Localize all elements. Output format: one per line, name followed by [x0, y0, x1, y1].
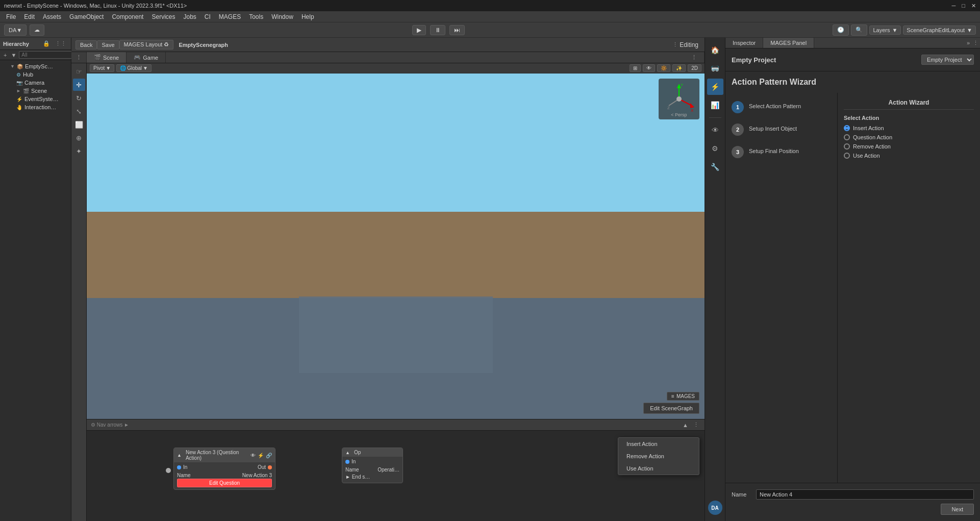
- settings-cog-btn[interactable]: ⚙: [707, 140, 723, 157]
- option-question-action[interactable]: Question Action: [844, 134, 974, 140]
- back-button[interactable]: Back: [76, 40, 97, 49]
- mages-layout-button[interactable]: MAGES Layout ♻: [119, 40, 174, 49]
- hierarchy-lock-btn[interactable]: 🔒: [41, 40, 52, 47]
- menu-jobs[interactable]: Jobs: [179, 12, 200, 21]
- global-btn[interactable]: 🌐 Global ▼: [116, 64, 152, 72]
- right-panel-expand[interactable]: »: [965, 38, 971, 48]
- menu-gameobject[interactable]: GameObject: [65, 12, 108, 21]
- scene-settings-btn[interactable]: ⋮: [684, 52, 705, 63]
- chart-icon-btn[interactable]: 📊: [707, 97, 723, 113]
- hierarchy-menu-btn[interactable]: ⋮⋮: [54, 40, 68, 47]
- menu-file[interactable]: File: [2, 12, 20, 21]
- node-link-icon: 🔗: [266, 453, 272, 458]
- option-use-action[interactable]: Use Action: [844, 153, 974, 159]
- right-panel-menu[interactable]: ⋮: [971, 38, 980, 48]
- history-button[interactable]: 🕐: [833, 24, 849, 36]
- wizard-step-1: 1 Select Action Pattern: [732, 101, 831, 113]
- radio-question: [844, 134, 850, 140]
- hierarchy-filter-btn[interactable]: ▼: [9, 52, 18, 59]
- scenegraph-menu-btn[interactable]: ⋮: [671, 41, 680, 48]
- empty-project-dropdown[interactable]: Empty Project: [921, 55, 974, 65]
- tree-item-eventsystem[interactable]: ⚡ EventSyste…: [2, 95, 69, 103]
- menu-ci[interactable]: CI: [200, 12, 215, 21]
- vis-btn[interactable]: 👁: [643, 64, 655, 72]
- context-insert-action[interactable]: Insert Action: [618, 438, 699, 450]
- custom-tool[interactable]: ✦: [73, 145, 85, 157]
- graph-icon-btn[interactable]: ⚡: [707, 79, 723, 95]
- main-layout: Hierarchy 🔒 ⋮⋮ + ▼ 🔍 ▼ 📦 EmptySc… ⚙ Hub: [0, 38, 980, 521]
- name-input[interactable]: [756, 489, 974, 500]
- hierarchy-header: Hierarchy 🔒 ⋮⋮: [0, 38, 71, 50]
- save-button[interactable]: Save: [97, 40, 119, 49]
- tab-game[interactable]: 🎮 Game: [127, 52, 166, 63]
- node-graph-expand[interactable]: ▲: [681, 421, 690, 429]
- edit-question-btn[interactable]: Edit Question: [177, 479, 272, 487]
- viewport-toolbar: Pivot ▼ 🌐 Global ▼ ⊞ 👁 🔆 ✨ 2D: [87, 63, 705, 73]
- close-btn[interactable]: ✕: [971, 3, 976, 9]
- empty-project-selector: Empty Project Empty Project: [725, 48, 980, 71]
- render-btn[interactable]: 🔆: [657, 64, 670, 72]
- rotate-tool[interactable]: ↻: [73, 92, 85, 104]
- menu-window[interactable]: Window: [267, 12, 297, 21]
- eye-code-icon-btn[interactable]: 👁: [707, 122, 723, 138]
- svg-text:Z: Z: [667, 106, 670, 110]
- 2d-btn[interactable]: 2D: [688, 64, 701, 72]
- maximize-btn[interactable]: □: [962, 3, 965, 9]
- next-button[interactable]: Next: [941, 504, 974, 515]
- name-label: Name: [732, 491, 752, 498]
- tab-mages-panel[interactable]: MAGES Panel: [763, 38, 814, 48]
- tree-item-interaction[interactable]: 🤚 Interaction…: [2, 103, 69, 111]
- transform-tool[interactable]: ⊕: [73, 132, 85, 144]
- step-label-2: Setup Insert Object: [749, 123, 797, 132]
- scene-layout-dropdown[interactable]: SceneGraphEditLayout ▼: [903, 26, 976, 35]
- tab-scene[interactable]: 🎬 Scene: [87, 52, 127, 63]
- hierarchy-add-btn[interactable]: +: [2, 52, 8, 59]
- move-tool[interactable]: ✛: [73, 79, 85, 91]
- scene-gizmo: Y X Z < Persp: [659, 79, 699, 119]
- tree-item-camera[interactable]: 📷 Camera: [2, 79, 69, 87]
- tree-item-scene[interactable]: ► 🎬 Scene: [2, 87, 69, 95]
- wizard-steps: 1 Select Action Pattern 2 Setup Insert O…: [725, 93, 838, 483]
- grid-btn[interactable]: ⊞: [630, 64, 641, 72]
- node-graph-opts[interactable]: ⋮: [692, 421, 700, 429]
- menu-mages[interactable]: MAGES: [215, 12, 245, 21]
- node-op: ▲ Op In Name Operati…: [342, 448, 403, 483]
- tree-item-hub[interactable]: ⚙ Hub: [2, 70, 69, 79]
- menu-component[interactable]: Component: [108, 12, 147, 21]
- rect-tool[interactable]: ⬜: [73, 118, 85, 131]
- home-icon-btn[interactable]: 🏠: [707, 42, 723, 58]
- da-button[interactable]: DA ▼: [4, 24, 27, 36]
- empty-project-label: Empty Project: [732, 56, 917, 64]
- scene-options-btn[interactable]: ⋮: [71, 52, 87, 63]
- pivot-btn[interactable]: Pivot ▼: [90, 64, 114, 72]
- gear-btn[interactable]: 🔧: [707, 159, 723, 175]
- step-button[interactable]: ⏭: [449, 25, 465, 35]
- cloud-button[interactable]: ☁: [30, 24, 44, 36]
- svg-point-7: [676, 96, 682, 102]
- node-graph: ⚙ Nav arrows ► ▲ ⋮ ▲ New Action 3 (Quest…: [87, 419, 705, 521]
- option-insert-action[interactable]: Insert Action: [844, 125, 974, 131]
- pause-button[interactable]: ⏸: [430, 25, 445, 35]
- context-remove-action[interactable]: Remove Action: [618, 450, 699, 462]
- menu-edit[interactable]: Edit: [20, 12, 39, 21]
- edit-scenegraph-btn[interactable]: Edit SceneGraph: [643, 403, 699, 414]
- minimize-btn[interactable]: ─: [952, 3, 956, 9]
- da-avatar[interactable]: DA: [708, 501, 722, 515]
- menu-help[interactable]: Help: [297, 12, 318, 21]
- context-use-action[interactable]: Use Action: [618, 462, 699, 475]
- option-remove-action[interactable]: Remove Action: [844, 143, 974, 150]
- menu-assets[interactable]: Assets: [39, 12, 65, 21]
- radio-remove: [844, 143, 850, 150]
- layers-dropdown[interactable]: Layers ▼: [869, 26, 901, 35]
- search-button[interactable]: 🔍: [851, 24, 867, 36]
- vr-icon-btn[interactable]: 🥽: [707, 60, 723, 77]
- tab-inspector[interactable]: Inspector: [725, 38, 763, 48]
- tree-item-emptyscene[interactable]: ▼ 📦 EmptySc…: [2, 62, 69, 70]
- menu-tools[interactable]: Tools: [245, 12, 267, 21]
- main-toolbar: DA ▼ ☁ ▶ ⏸ ⏭ 🕐 🔍 Layers ▼ SceneGraphEdit…: [0, 22, 980, 38]
- menu-services[interactable]: Services: [147, 12, 179, 21]
- scale-tool[interactable]: ⤡: [73, 105, 85, 117]
- effect-btn[interactable]: ✨: [672, 64, 686, 72]
- hand-tool[interactable]: ☞: [73, 65, 85, 78]
- play-button[interactable]: ▶: [412, 25, 426, 35]
